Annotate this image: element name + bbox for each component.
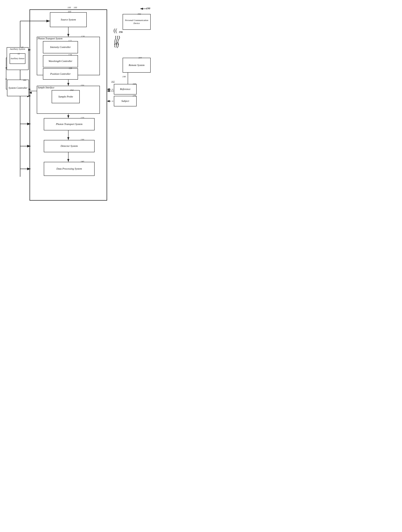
diagram: 100 100 Source System 110 120 Photon Tra… xyxy=(0,0,158,210)
label-120a: 120 xyxy=(81,35,84,38)
detector-system-label: Detector System xyxy=(61,144,78,148)
label-196: 196 xyxy=(119,31,123,34)
auxiliary-system-label: Auxiliary System xyxy=(7,48,27,51)
label-126: 126 xyxy=(69,67,72,70)
svg-marker-23 xyxy=(6,79,7,80)
label-180: 180 xyxy=(23,79,26,82)
detector-system-box: Detector System xyxy=(44,140,95,152)
label-120b: 120 xyxy=(81,116,84,119)
position-controller-box: Position Controller xyxy=(43,68,78,80)
data-processing-box: Data Processing System xyxy=(44,162,95,176)
label-130: 130 xyxy=(81,138,84,141)
wavelength-controller-label: Wavelength Controller xyxy=(49,59,72,63)
label-122: 122 xyxy=(68,39,72,42)
label-194: 194 xyxy=(138,56,142,59)
system-controller-label: System Controller xyxy=(8,86,27,90)
remote-system-box: Remote System xyxy=(123,58,151,73)
label-150: 150 xyxy=(81,84,84,87)
label-162: 162 xyxy=(111,80,115,83)
system-controller-box: System Controller xyxy=(7,80,29,96)
remote-system-label: Remote System xyxy=(129,63,144,67)
arrow-190 xyxy=(138,5,149,11)
label-192: 192 xyxy=(137,13,141,15)
label-124: 124 xyxy=(68,53,72,56)
sample-probe-box: Sample Probe xyxy=(52,90,80,103)
reference-label: Reference xyxy=(120,88,130,91)
subject-box: Subject xyxy=(114,96,137,106)
label-100: 100 xyxy=(67,6,71,9)
photon-transport-bottom-label: Photon Transport System xyxy=(56,122,83,126)
photon-transport-bottom-box: Photon Transport System xyxy=(44,118,95,130)
subject-label: Subject xyxy=(121,99,129,103)
reference-box: Reference xyxy=(114,84,137,95)
label-110: 110 xyxy=(68,10,71,13)
label-198: 198 xyxy=(122,75,126,78)
source-system-label: Source System xyxy=(61,18,76,21)
label-170: 170 xyxy=(133,95,136,97)
personal-comm-box: Personal Communication Device xyxy=(123,14,151,30)
label-160: 160 xyxy=(133,82,136,85)
label-100-text: 100 xyxy=(74,6,77,9)
sample-probe-label: Sample Probe xyxy=(58,95,73,99)
label-152: 152 xyxy=(70,89,74,92)
wavelength-controller-box: Wavelength Controller xyxy=(43,55,78,67)
sample-interface-label: Sample Interface xyxy=(38,86,54,89)
personal-comm-label: Personal Communication Device xyxy=(123,19,150,25)
auxiliary-sensor-label: Auxiliary Sensor xyxy=(11,57,25,60)
label-12: 12 xyxy=(18,52,20,55)
source-system-box: Source System xyxy=(50,12,87,27)
wireless-signal-top: )) xyxy=(114,27,117,34)
wireless-arcs-middle xyxy=(114,35,122,46)
position-controller-label: Position Controller xyxy=(50,72,71,76)
intensity-controller-label: Intensity Controller xyxy=(50,45,71,49)
label-140: 140 xyxy=(81,160,84,163)
intensity-controller-box: Intensity Controller xyxy=(43,41,78,53)
data-processing-label: Data Processing System xyxy=(56,167,82,171)
photon-transport-top-label: Photon Transport System xyxy=(38,37,63,40)
